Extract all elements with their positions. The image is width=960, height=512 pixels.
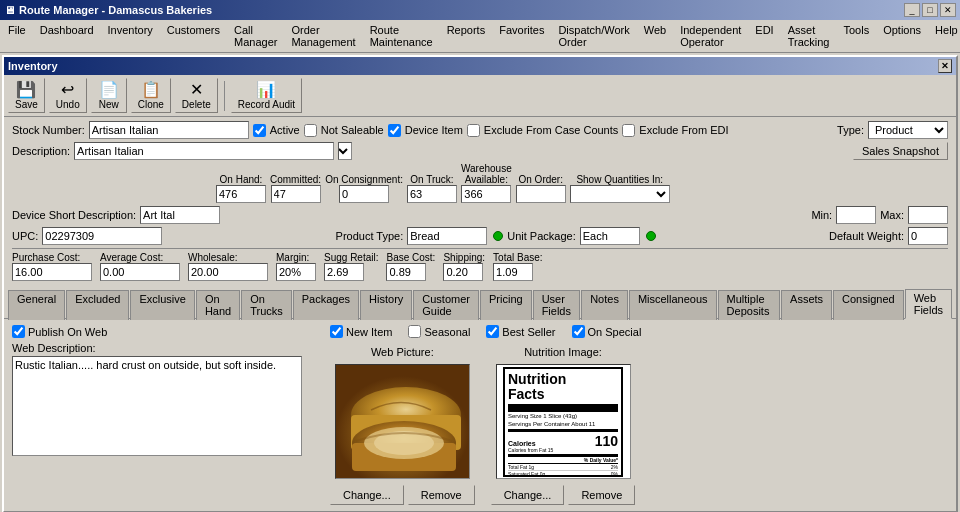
menu-tools[interactable]: Tools [837, 22, 875, 50]
device-item-label: Device Item [405, 124, 463, 136]
base-cost-input[interactable] [386, 263, 426, 281]
sales-snapshot-button[interactable]: Sales Snapshot [853, 142, 948, 160]
menu-call-manager[interactable]: Call Manager [228, 22, 283, 50]
nutrition-facts-panel: NutritionFacts Serving Size 1 Slice (43g… [503, 367, 623, 477]
tab-history[interactable]: History [360, 290, 412, 320]
web-picture-change-button[interactable]: Change... [330, 485, 404, 505]
on-order-input[interactable] [516, 185, 566, 203]
committed-input[interactable] [271, 185, 321, 203]
menu-dispatch[interactable]: Dispatch/Work Order [552, 22, 635, 50]
warehouse-available-input[interactable] [461, 185, 511, 203]
menu-file[interactable]: File [2, 22, 32, 50]
tab-packages[interactable]: Packages [293, 290, 359, 320]
tab-excluded[interactable]: Excluded [66, 290, 129, 320]
menu-independent-operator[interactable]: Independent Operator [674, 22, 747, 50]
maximize-button[interactable]: □ [922, 3, 938, 17]
new-button[interactable]: 📄 New [91, 78, 127, 113]
tab-general[interactable]: General [8, 290, 65, 320]
tab-multiple-deposits[interactable]: Multiple Deposits [718, 290, 780, 320]
menu-inventory[interactable]: Inventory [102, 22, 159, 50]
menu-reports[interactable]: Reports [441, 22, 492, 50]
menu-bar: File Dashboard Inventory Customers Call … [0, 20, 960, 53]
nutrition-calories-row: Calories Calories from Fat 15 110 [508, 429, 618, 457]
tab-exclusive[interactable]: Exclusive [130, 290, 194, 320]
tab-miscellaneous[interactable]: Miscellaneous [629, 290, 717, 320]
record-audit-button[interactable]: 📊 Record Audit [231, 78, 302, 113]
on-hand-input[interactable] [216, 185, 266, 203]
min-input[interactable] [836, 206, 876, 224]
tab-on-trucks[interactable]: On Trucks [241, 290, 292, 320]
menu-asset-tracking[interactable]: Asset Tracking [782, 22, 836, 50]
sugg-retail-input[interactable] [324, 263, 364, 281]
menu-help[interactable]: Help [929, 22, 960, 50]
device-short-desc-input[interactable] [140, 206, 220, 224]
best-seller-checkbox[interactable] [486, 325, 499, 338]
exclude-case-counts-checkbox[interactable] [467, 124, 480, 137]
upc-input[interactable] [42, 227, 162, 245]
device-item-checkbox[interactable] [388, 124, 401, 137]
type-select[interactable]: Product [868, 121, 948, 139]
web-picture-remove-button[interactable]: Remove [408, 485, 475, 505]
menu-dashboard[interactable]: Dashboard [34, 22, 100, 50]
total-base-input[interactable] [493, 263, 533, 281]
close-button[interactable]: ✕ [940, 3, 956, 17]
active-checkbox[interactable] [253, 124, 266, 137]
stock-number-input[interactable] [89, 121, 249, 139]
menu-web[interactable]: Web [638, 22, 672, 50]
margin-input[interactable] [276, 263, 316, 281]
purchase-cost-label: Purchase Cost: [12, 252, 92, 263]
nutrition-change-button[interactable]: Change... [491, 485, 565, 505]
average-cost-input[interactable] [100, 263, 180, 281]
undo-button[interactable]: ↩ Undo [49, 78, 87, 113]
minimize-button[interactable]: _ [904, 3, 920, 17]
unit-package-input[interactable] [580, 227, 640, 245]
new-item-checkbox[interactable] [330, 325, 343, 338]
menu-options[interactable]: Options [877, 22, 927, 50]
menu-edi[interactable]: EDI [749, 22, 779, 50]
exclude-edi-checkbox[interactable] [622, 124, 635, 137]
tab-web-fields[interactable]: Web Fields [905, 289, 952, 319]
default-weight-input[interactable] [908, 227, 948, 245]
title-bar-controls: _ □ ✕ [904, 3, 956, 17]
menu-favorites[interactable]: Favorites [493, 22, 550, 50]
delete-button[interactable]: ✕ Delete [175, 78, 218, 113]
on-consignment-input[interactable] [339, 185, 389, 203]
nutrition-remove-button[interactable]: Remove [568, 485, 635, 505]
toolbar-separator [224, 81, 225, 111]
menu-order-management[interactable]: Order Management [285, 22, 361, 50]
tab-user-fields[interactable]: User Fields [533, 290, 581, 320]
tab-pricing[interactable]: Pricing [480, 290, 532, 320]
on-consignment-label: On Consignment: [325, 174, 403, 185]
tab-on-hand[interactable]: On Hand [196, 290, 240, 320]
menu-customers[interactable]: Customers [161, 22, 226, 50]
tab-notes[interactable]: Notes [581, 290, 628, 320]
show-quantities-label: Show Quantities In: [576, 174, 663, 185]
window-close-button[interactable]: ✕ [938, 59, 952, 73]
description-input[interactable] [74, 142, 334, 160]
tab-consigned[interactable]: Consigned [833, 290, 904, 320]
save-button[interactable]: 💾 Save [8, 78, 45, 113]
tab-customer-guide[interactable]: Customer Guide [413, 290, 479, 320]
on-hand-label: On Hand: [220, 174, 263, 185]
web-description-textarea[interactable]: Rustic Italian..... hard crust on outsid… [12, 356, 302, 456]
exclude-edi-label: Exclude From EDI [639, 124, 728, 136]
web-options-row: New Item Seasonal Best Seller On Sp [330, 325, 948, 338]
margin-label: Margin: [276, 252, 316, 263]
min-label: Min: [811, 209, 832, 221]
on-special-checkbox[interactable] [572, 325, 585, 338]
max-input[interactable] [908, 206, 948, 224]
wholesale-input[interactable] [188, 263, 268, 281]
show-quantities-select[interactable] [570, 185, 670, 203]
clone-button[interactable]: 📋 Clone [131, 78, 171, 113]
seasonal-checkbox[interactable] [408, 325, 421, 338]
on-truck-input[interactable] [407, 185, 457, 203]
shipping-input[interactable] [443, 263, 483, 281]
purchase-cost-input[interactable] [12, 263, 92, 281]
not-saleable-checkbox[interactable] [304, 124, 317, 137]
menu-route-maintenance[interactable]: Route Maintenance [364, 22, 439, 50]
product-type-input[interactable] [407, 227, 487, 245]
tab-assets[interactable]: Assets [781, 290, 832, 320]
description-dropdown[interactable] [338, 142, 352, 160]
publish-on-web-checkbox[interactable] [12, 325, 25, 338]
save-icon: 💾 [16, 81, 36, 99]
